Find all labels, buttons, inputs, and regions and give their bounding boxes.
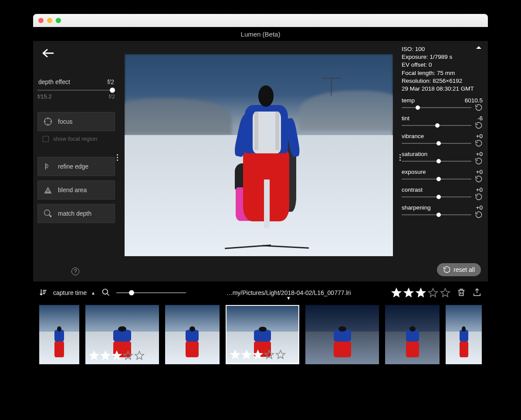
match-depth-icon [43, 209, 53, 218]
chevron-down-icon[interactable]: ▼ [286, 295, 291, 301]
saturation-control: saturation +0 [402, 151, 483, 165]
rating-star-4[interactable] [428, 288, 438, 298]
meta-resolution: Resolution: 8256×6192 [402, 77, 483, 85]
blend-area-label: blend area [58, 186, 87, 193]
right-panel: ISO: 100 Exposure: 1/7989 s EV offset: 0… [398, 41, 488, 281]
vibrance-slider[interactable] [402, 141, 471, 146]
saturation-slider[interactable] [402, 159, 471, 164]
delete-button[interactable] [457, 288, 466, 298]
image-viewport [119, 41, 398, 281]
exposure-slider[interactable] [402, 176, 471, 182]
tint-label: tint [402, 115, 409, 122]
focus-button[interactable]: focus [37, 112, 115, 131]
metadata-block: ISO: 100 Exposure: 1/7989 s EV offset: 0… [402, 45, 483, 93]
blend-area-icon [43, 185, 53, 195]
exposure-control: exposure +0 [402, 169, 483, 183]
saturation-value: +0 [476, 151, 483, 157]
file-path: …my/Pictures/Light/2018-04-02/L16_00777.… [192, 289, 385, 296]
meta-date: 29 Mar 2018 08:30:21 GMT [402, 85, 483, 93]
thumbnail-5[interactable] [385, 305, 440, 364]
tint-value: -6 [477, 115, 483, 122]
refine-edge-button[interactable]: refine edge [37, 157, 115, 176]
chevron-up-icon: ▲ [91, 291, 95, 295]
match-depth-label: match depth [58, 210, 91, 217]
contrast-slider[interactable] [402, 194, 471, 200]
focus-icon [43, 117, 53, 126]
depth-min-label: f/15.2 [37, 93, 52, 100]
thumbnail-2[interactable] [165, 305, 220, 364]
thumbnail-1[interactable] [85, 305, 159, 364]
rating-stars[interactable] [391, 288, 450, 298]
main-photo[interactable] [125, 54, 393, 256]
rating-star-1[interactable] [391, 288, 402, 298]
sharpening-reset-button[interactable] [475, 211, 483, 219]
sharpening-control: sharpening +0 [402, 204, 483, 219]
contrast-value: +0 [476, 186, 483, 193]
help-button[interactable]: ? [71, 268, 79, 275]
filmstrip[interactable] [39, 301, 482, 377]
saturation-reset-button[interactable] [475, 157, 483, 165]
main-area: depth effect f/2 f/15.2 f/2 focus [33, 41, 488, 281]
temp-label: temp [402, 97, 415, 104]
thumbnail-3[interactable] [226, 305, 299, 364]
thumbnail-4[interactable] [305, 305, 379, 364]
temp-slider[interactable] [402, 105, 471, 110]
depth-effect-row: depth effect f/2 [37, 78, 115, 85]
depth-effect-label: depth effect [38, 78, 70, 85]
checkbox-icon [43, 136, 49, 142]
left-panel: depth effect f/2 f/15.2 f/2 focus [33, 41, 119, 281]
filmstrip-toolbar: capture time ▲ …my/Pictures/Light/2018-0… [39, 285, 482, 301]
meta-ev: EV offset: 0 [402, 61, 483, 69]
contrast-label: contrast [402, 186, 423, 193]
temp-control: temp 6010.5 [402, 97, 483, 112]
magnifier-icon [101, 288, 110, 298]
left-panel-handle[interactable] [117, 154, 118, 161]
depth-effect-slider[interactable] [37, 86, 115, 94]
metadata-collapse-button[interactable] [476, 44, 482, 51]
blend-area-button[interactable]: blend area [37, 180, 115, 200]
app-title: Lumen (Beta) [241, 30, 281, 38]
depth-slider-labels: f/15.2 f/2 [37, 93, 115, 100]
sort-direction-button[interactable] [39, 288, 47, 298]
sort-field-dropdown[interactable]: capture time ▲ [53, 289, 95, 296]
focus-label: focus [58, 118, 72, 125]
thumbnail-0[interactable] [39, 305, 79, 364]
thumbnail-3-rating [230, 349, 286, 360]
app-window: Lumen (Beta) depth effect f/2 f/15.2 f/2 [33, 14, 488, 377]
tint-slider[interactable] [402, 123, 471, 128]
tint-control: tint -6 [402, 115, 483, 129]
reset-all-button[interactable]: reset all [437, 263, 481, 276]
tint-reset-button[interactable] [475, 122, 483, 129]
vibrance-reset-button[interactable] [475, 139, 483, 147]
vibrance-label: vibrance [402, 133, 424, 139]
svg-line-16 [107, 293, 109, 295]
window-close-button[interactable] [38, 18, 44, 23]
rating-star-2[interactable] [403, 288, 414, 298]
match-depth-button[interactable]: match depth [37, 204, 115, 223]
depth-max-label: f/2 [109, 93, 115, 100]
window-minimize-button[interactable] [47, 18, 52, 23]
temp-reset-button[interactable] [475, 104, 483, 112]
thumbnail-1-rating [89, 350, 145, 361]
contrast-reset-button[interactable] [475, 193, 483, 201]
reset-all-label: reset all [453, 266, 475, 273]
sharpening-slider[interactable] [402, 212, 471, 217]
refine-edge-label: refine edge [58, 163, 88, 170]
vibrance-control: vibrance +0 [402, 133, 483, 147]
exposure-reset-button[interactable] [475, 175, 483, 183]
svg-point-15 [102, 289, 108, 294]
back-button[interactable] [42, 47, 115, 61]
sharpening-value: +0 [476, 204, 483, 211]
thumbnail-6[interactable] [446, 305, 482, 364]
show-focal-region-checkbox[interactable]: show focal region [37, 131, 115, 146]
thumbnail-zoom-slider[interactable] [116, 290, 186, 296]
export-button[interactable] [472, 288, 482, 298]
rating-star-3[interactable] [416, 288, 426, 298]
sharpening-label: sharpening [402, 204, 431, 211]
refine-edge-icon [43, 162, 53, 171]
svg-point-10 [44, 210, 50, 216]
exposure-value: +0 [476, 169, 483, 175]
window-zoom-button[interactable] [56, 18, 61, 23]
rating-star-5[interactable] [440, 288, 450, 298]
meta-iso: ISO: 100 [402, 45, 483, 53]
